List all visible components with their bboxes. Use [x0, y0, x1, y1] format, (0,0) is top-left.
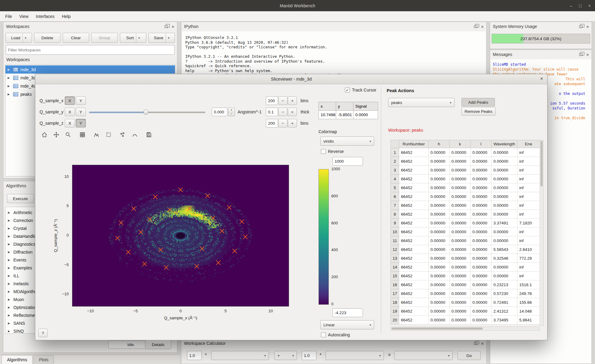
peaks-table[interactable]: RunNumberhklWavelengthEne1664520.000000.… — [391, 140, 540, 324]
float-dock-icon[interactable] — [474, 25, 477, 28]
close-dock-icon[interactable]: × — [172, 24, 174, 29]
expander-icon[interactable]: ▶ — [8, 219, 13, 222]
slice-plot[interactable] — [72, 165, 289, 306]
calc-output-workspace-select[interactable]: ▾ — [394, 351, 453, 360]
axis-y-toggle[interactable]: Y — [76, 108, 86, 116]
peaks-workspace-select[interactable]: peaks▾ — [388, 98, 454, 107]
table-row[interactable]: 9664520.000000.000000.000003.374917.1820 — [391, 219, 540, 227]
menu-view[interactable]: View — [16, 12, 32, 20]
step-up-button[interactable]: + — [228, 108, 235, 112]
table-row[interactable]: 5664520.000000.000000.000000.00000inf — [391, 183, 540, 192]
expander-icon[interactable]: ▶ — [8, 93, 13, 96]
lineplots-icon[interactable] — [92, 130, 100, 139]
table-row[interactable]: 10664520.000000.000000.000000.00000inf — [391, 227, 540, 236]
table-row[interactable]: 7664520.000000.000000.000000.00000inf — [391, 201, 540, 210]
table-row[interactable]: 19664520.000000.000000.000002.4131214.04… — [391, 307, 540, 316]
close-icon[interactable]: × — [540, 76, 543, 81]
workspace-item-mde_3d[interactable]: ▶mde_3d — [5, 65, 175, 74]
peaks-overlay-icon[interactable] — [118, 130, 127, 139]
table-row[interactable]: 17664520.000000.000000.000000.57230249.7… — [391, 289, 540, 298]
expander-icon[interactable]: ▶ — [8, 251, 13, 254]
expander-icon[interactable]: ▶ — [8, 266, 13, 269]
execute-button[interactable]: Execute — [7, 194, 34, 203]
track-cursor-checkbox[interactable]: ✓ Track Cursor — [345, 88, 376, 92]
spin-increment-button[interactable]: + — [288, 96, 297, 105]
close-dock-icon[interactable]: × — [586, 24, 589, 29]
delete-button[interactable]: Delete — [34, 33, 61, 43]
minimize-icon[interactable]: – — [570, 3, 572, 8]
reverse-checkbox[interactable]: Reverse — [321, 149, 344, 154]
expander-icon[interactable]: ▶ — [8, 76, 13, 79]
table-row[interactable]: 12664520.000000.000000.000005.565432.641… — [391, 245, 540, 254]
scrollbar-thumb[interactable] — [391, 328, 483, 330]
go-button[interactable]: Go — [458, 351, 481, 360]
axis-y-toggle[interactable]: Y — [76, 119, 86, 127]
float-dock-icon[interactable] — [474, 342, 477, 345]
expander-icon[interactable]: ▶ — [8, 227, 13, 230]
expander-icon[interactable]: ▶ — [8, 68, 13, 71]
expander-icon[interactable]: ▶ — [8, 282, 13, 285]
table-row[interactable]: 13664520.000000.000000.000000.32546772.2… — [391, 254, 540, 263]
slice-value-input[interactable]: 0.000 — [212, 108, 228, 116]
close-dock-icon[interactable]: × — [481, 24, 484, 29]
column-header-h[interactable]: h — [429, 140, 450, 148]
expander-icon[interactable]: ▶ — [8, 258, 13, 262]
colorbar-min-input[interactable]: -4.223 — [332, 308, 363, 317]
bins-spinbox[interactable]: 200 — [266, 119, 278, 127]
window-titlebar[interactable]: Mantid Workbench – □ × — [0, 0, 595, 11]
table-row[interactable]: 1664520.000000.000000.000000.00000inf — [391, 148, 540, 157]
filter-workspaces-input[interactable] — [6, 45, 175, 55]
float-dock-icon[interactable] — [579, 25, 583, 28]
spin-decrement-button[interactable]: − — [278, 108, 287, 116]
calc-rhs-workspace-select[interactable]: ▾ — [325, 351, 384, 360]
maximize-icon[interactable]: □ — [579, 3, 581, 8]
table-row[interactable]: 14664520.000000.000000.000000.00000inf — [391, 263, 540, 272]
peaks-table-horizontal-scrollbar[interactable] — [391, 327, 540, 331]
colorbar-max-input[interactable]: 1000 — [332, 157, 363, 166]
scrollbar-thumb[interactable] — [541, 141, 543, 186]
help-button[interactable]: ? — [38, 329, 47, 337]
clear-button[interactable]: Clear — [63, 33, 89, 43]
calc-rhs-factor-input[interactable] — [302, 351, 316, 360]
axis-x-toggle[interactable]: X — [65, 108, 75, 116]
sliceviewer-titlebar[interactable]: Sliceviewer - mde_3d × — [35, 74, 547, 84]
expander-icon[interactable]: ▶ — [8, 290, 13, 293]
colorbar-scale-select[interactable]: Linear▾ — [320, 320, 374, 329]
column-header-runnumber[interactable]: RunNumber — [399, 140, 429, 148]
menu-file[interactable]: File — [2, 12, 16, 20]
column-header-ene[interactable]: Ene — [517, 140, 540, 148]
axis-x-toggle[interactable]: X — [65, 119, 75, 127]
details-button[interactable]: Details — [145, 340, 171, 349]
thickness-spinbox[interactable]: 0.1 — [266, 108, 278, 116]
expander-icon[interactable]: ▶ — [8, 85, 13, 88]
autoscaling-checkbox[interactable]: Autoscaling — [321, 332, 350, 337]
nonorthogonal-axes-icon[interactable] — [130, 130, 139, 139]
column-header-wavelength[interactable]: Wavelength — [492, 140, 517, 148]
expander-icon[interactable]: ▶ — [8, 314, 13, 317]
group-button[interactable]: Group — [91, 33, 118, 43]
slice-plot-canvas[interactable] — [72, 165, 289, 306]
add-peaks-button[interactable]: Add Peaks — [461, 98, 495, 106]
table-row[interactable]: 6664520.000000.000000.000000.00000inf — [391, 192, 540, 201]
float-dock-icon[interactable] — [579, 53, 583, 56]
expander-icon[interactable]: ▶ — [8, 306, 13, 309]
sort-button[interactable]: Sort▾ — [120, 33, 146, 43]
close-icon[interactable]: × — [588, 3, 591, 8]
table-row[interactable]: 3664520.000000.000000.000000.00000inf — [391, 166, 540, 175]
bins-spinbox[interactable]: 200 — [266, 96, 278, 105]
roi-icon[interactable] — [104, 130, 113, 139]
pan-icon[interactable] — [52, 130, 60, 139]
step-down-button[interactable]: − — [228, 112, 235, 116]
expander-icon[interactable]: ▶ — [8, 298, 13, 301]
axis-y-toggle[interactable]: Y — [76, 96, 86, 105]
expander-icon[interactable]: ▶ — [8, 274, 13, 277]
memory-panel-header[interactable]: System Memory Usage × — [490, 22, 592, 31]
table-row[interactable]: 2664520.000000.000000.000000.00000inf — [391, 157, 540, 166]
slice-value-stepper[interactable]: +− — [228, 108, 235, 116]
table-row[interactable]: 20664520.000000.000000.000003.734955.864… — [391, 316, 540, 324]
home-icon[interactable] — [40, 130, 48, 139]
zoom-icon[interactable] — [64, 130, 72, 139]
expander-icon[interactable]: ▶ — [8, 322, 13, 325]
float-dock-icon[interactable] — [165, 25, 168, 28]
calc-operator-select[interactable]: +▾ — [274, 351, 297, 360]
